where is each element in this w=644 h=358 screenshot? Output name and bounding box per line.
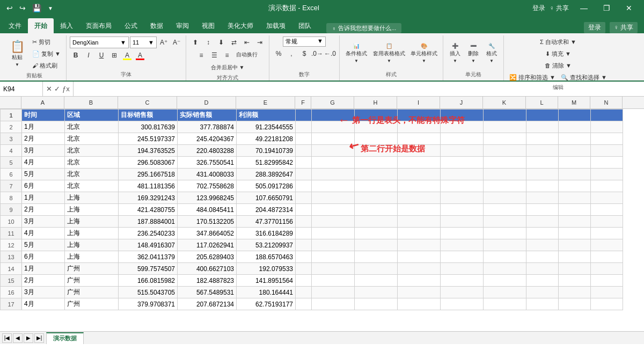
cell-a9[interactable]: 2月 [22,204,65,216]
cell-d9[interactable]: 484.0845411 [178,204,237,216]
cell-empty-3-1[interactable] [312,133,355,145]
cell-b12[interactable]: 上海 [65,239,119,251]
cell-empty-13-0[interactable] [296,251,312,263]
cell-empty-14-0[interactable] [296,263,312,275]
cell-b10[interactable]: 上海 [65,216,119,228]
cell-e12[interactable]: 53.21209937 [237,239,296,251]
number-format-selector[interactable]: 常规▼ [283,36,326,47]
align-center-button[interactable]: ☰ [208,49,220,61]
cell-empty-6-0[interactable] [296,169,312,180]
cell-empty-13-4[interactable] [441,251,484,263]
col-header-g[interactable]: G [311,97,354,108]
cell-empty-6-4[interactable] [441,169,484,180]
cell-k1[interactable] [484,109,526,121]
cell-empty-5-2[interactable] [355,157,398,169]
sheet-nav-next[interactable]: ▶ [24,333,33,343]
col-header-n[interactable]: N [590,97,623,108]
tab-data[interactable]: 数据 [144,18,170,33]
sheet-nav-last[interactable]: ▶| [34,333,44,343]
cell-empty-11-7[interactable] [559,228,591,239]
cell-c15[interactable]: 166.0815982 [119,275,178,287]
cell-empty-6-3[interactable] [398,169,441,180]
cell-e8[interactable]: 107.6650791 [237,192,296,204]
cell-empty-10-3[interactable] [398,216,441,228]
tab-insert[interactable]: 插入 [54,18,79,33]
comma-button[interactable]: , [286,48,297,60]
cell-empty-12-1[interactable] [312,239,355,251]
col-header-f[interactable]: F [295,97,311,108]
cell-empty-15-8[interactable] [591,275,623,287]
close-button[interactable]: ✕ [618,1,640,16]
tab-review[interactable]: 审阅 [170,18,195,33]
cell-empty-10-8[interactable] [591,216,623,228]
cell-b13[interactable]: 上海 [65,251,119,263]
cell-empty-3-0[interactable] [296,133,312,145]
cell-b11[interactable]: 上海 [65,228,119,239]
sheet-nav-prev[interactable]: ◀ [13,333,23,343]
cell-d13[interactable]: 205.6289403 [178,251,237,263]
ribbon-search-input[interactable]: 告诉我您想要做什么... [338,24,396,32]
conditional-format-button[interactable]: 📊 条件格式▼ [343,37,370,69]
cell-empty-8-7[interactable] [559,192,591,204]
cell-e5[interactable]: 51.82995842 [237,157,296,169]
fill-color-button[interactable]: A [121,49,133,61]
cell-empty-11-0[interactable] [296,228,312,239]
cell-style-button[interactable]: 🎨 单元格样式▼ [408,37,440,69]
cell-a6[interactable]: 5月 [22,169,65,180]
cell-c3[interactable]: 245.5197337 [119,133,178,145]
cell-empty-12-6[interactable] [526,239,559,251]
cell-a5[interactable]: 4月 [22,157,65,169]
cell-empty-11-8[interactable] [591,228,623,239]
cell-c12[interactable]: 148.4916307 [119,239,178,251]
cell-d12[interactable]: 117.0262941 [178,239,237,251]
cell-empty-4-7[interactable] [559,145,591,157]
cell-empty-14-5[interactable] [484,263,526,275]
cell-c13[interactable]: 362.0411379 [119,251,178,263]
cell-empty-17-5[interactable] [484,298,526,310]
cell-e9[interactable]: 204.4872314 [237,204,296,216]
cell-empty-3-2[interactable] [355,133,398,145]
formula-cancel-icon[interactable]: ✕ [46,85,52,93]
cell-empty-7-1[interactable] [312,180,355,192]
cell-a7[interactable]: 6月 [22,180,65,192]
cell-c16[interactable]: 515.5043705 [119,287,178,298]
border-button[interactable]: ⊞ [108,49,120,61]
tab-formula[interactable]: 公式 [118,18,144,33]
cell-empty-13-2[interactable] [355,251,398,263]
tab-addins[interactable]: 加载项 [260,18,292,33]
cell-empty-10-6[interactable] [526,216,559,228]
cell-a10[interactable]: 3月 [22,216,65,228]
cell-empty-13-8[interactable] [591,251,623,263]
cell-empty-6-1[interactable] [312,169,355,180]
cell-a11[interactable]: 4月 [22,228,65,239]
cell-empty-15-1[interactable] [312,275,355,287]
cell-empty-4-3[interactable] [398,145,441,157]
cell-empty-4-5[interactable] [484,145,526,157]
undo-button[interactable]: ↩ [4,3,15,13]
cell-d10[interactable]: 170.5132205 [178,216,237,228]
cell-d2[interactable]: 377.788874 [178,121,237,133]
cell-d16[interactable]: 567.5489531 [178,287,237,298]
cut-button[interactable]: ✂ 剪切 [30,36,63,47]
cell-b8[interactable]: 上海 [65,192,119,204]
delete-button[interactable]: ➖ 删除▼ [465,37,482,69]
cell-empty-10-7[interactable] [559,216,591,228]
cell-b5[interactable]: 北京 [65,157,119,169]
cell-empty-9-3[interactable] [398,204,441,216]
cell-empty-8-6[interactable] [526,192,559,204]
sheet-nav-first[interactable]: |◀ [2,333,12,343]
cell-empty-5-1[interactable] [312,157,355,169]
cell-empty-2-0[interactable] [296,121,312,133]
maximize-button[interactable]: ❐ [596,1,617,16]
cell-d5[interactable]: 326.7550541 [178,157,237,169]
formula-insert-icon[interactable]: ƒx [62,85,70,93]
cell-empty-12-7[interactable] [559,239,591,251]
italic-button[interactable]: I [83,49,94,61]
cell-empty-14-8[interactable] [591,263,623,275]
col-header-d[interactable]: D [177,97,236,108]
cell-empty-14-4[interactable] [441,263,484,275]
cell-a4[interactable]: 3月 [22,145,65,157]
cell-d1[interactable]: 实际销售额 [178,109,237,121]
cell-empty-7-8[interactable] [591,180,623,192]
cell-c1[interactable]: 目标销售额 [119,109,178,121]
